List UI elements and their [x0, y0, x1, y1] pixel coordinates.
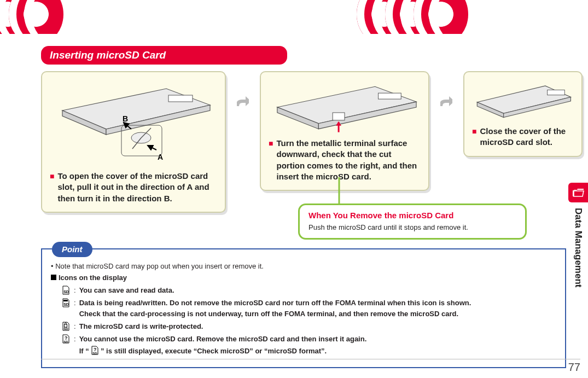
- steps-row: A B ■ To open the cover of the microSD c…: [41, 71, 583, 213]
- svg-text:B: B: [123, 114, 128, 123]
- folder-icon: [568, 183, 588, 202]
- icon-row-2: SD : Data is being read/written. Do not …: [61, 298, 556, 320]
- icon-row-1: SD : You can save and read data.: [61, 286, 556, 296]
- side-tab-label: Data Management: [573, 208, 584, 287]
- icons-heading: Icons on the display: [51, 273, 556, 283]
- step-panel-2: ■ Turn the metallic terminal surface dow…: [260, 71, 429, 191]
- footer-rule: [41, 359, 580, 359]
- sd-icon-locked: SD: [61, 322, 71, 331]
- svg-text:SD: SD: [93, 351, 98, 354]
- callout-body: Push the microSD card until it stops and…: [308, 223, 516, 231]
- step-1-text: ■ To open the cover of the microSD card …: [50, 171, 217, 204]
- remove-card-callout: When You Remove the microSD Card Push th…: [298, 203, 527, 240]
- sd-icon-normal: SD: [61, 286, 71, 295]
- svg-text:SD: SD: [63, 327, 68, 330]
- page-number: 77: [568, 361, 580, 374]
- svg-rect-12: [333, 113, 345, 120]
- svg-rect-3: [168, 95, 193, 102]
- point-box: Point • Note that microSD card may pop o…: [41, 248, 566, 368]
- point-tab-label: Point: [52, 242, 92, 257]
- bullet-icon: ■: [50, 171, 54, 204]
- sd-icon-error-inline: ?SD: [91, 346, 98, 358]
- icon-row-4: ?SD : You cannot use the microSD card. R…: [61, 334, 556, 358]
- top-decoration: [0, 0, 588, 34]
- point-bullet-1: • Note that microSD card may pop out whe…: [51, 261, 556, 272]
- svg-text:SD: SD: [63, 303, 69, 306]
- device-illustration-3: [472, 79, 574, 121]
- svg-text:A: A: [158, 153, 163, 161]
- section-heading: Inserting microSD Card: [41, 46, 287, 65]
- svg-text:SD: SD: [63, 290, 69, 294]
- device-illustration-1: A B: [50, 79, 217, 166]
- bullet-icon: ■: [472, 126, 476, 148]
- bullet-icon: ■: [269, 138, 273, 182]
- svg-rect-18: [63, 300, 68, 301]
- callout-title: When You Remove the microSD Card: [308, 211, 516, 220]
- side-tab: Data Management: [568, 183, 588, 347]
- sd-icon-busy: SD: [61, 298, 71, 307]
- step-panel-3: ■ Close the cover of the microSD card sl…: [463, 71, 583, 157]
- step-panel-1: A B ■ To open the cover of the microSD c…: [41, 71, 226, 213]
- icon-row-3: SD : The microSD card is write-protected…: [61, 322, 556, 332]
- device-illustration-2: [269, 79, 421, 133]
- svg-rect-16: [548, 90, 565, 95]
- arrow-separator-2: [440, 71, 452, 112]
- sd-icon-error: ?SD: [61, 334, 71, 344]
- step-3-text: ■ Close the cover of the microSD card sl…: [472, 126, 574, 148]
- svg-rect-11: [379, 93, 401, 99]
- arrow-separator-1: [237, 71, 249, 112]
- svg-text:SD: SD: [63, 340, 68, 344]
- step-2-text: ■ Turn the metallic terminal surface dow…: [269, 138, 421, 182]
